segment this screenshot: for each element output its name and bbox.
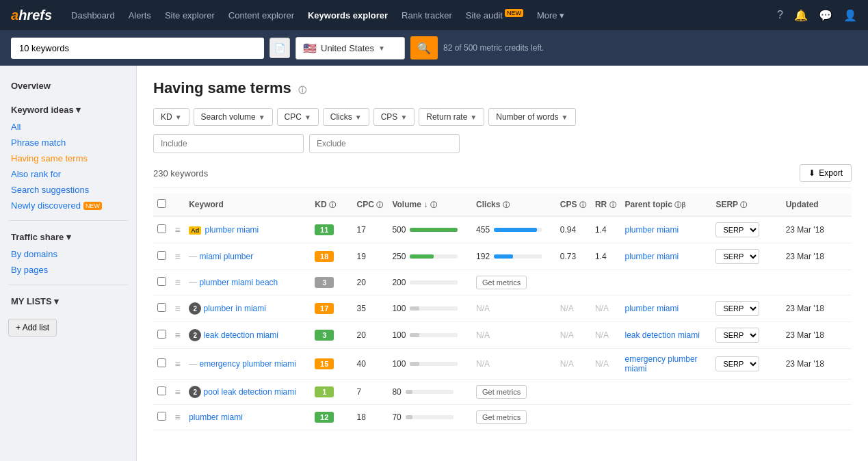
filter-clicks-button[interactable]: Clicks ▼ bbox=[323, 108, 369, 126]
row-checkbox[interactable] bbox=[157, 358, 166, 367]
col-header-rr[interactable]: RR ⓘ bbox=[591, 194, 621, 216]
nav-keywords-explorer[interactable]: Keywords explorer bbox=[308, 10, 388, 21]
parent-topic-link[interactable]: plumber miami bbox=[625, 252, 679, 261]
my-lists-label[interactable]: MY LISTS ▾ bbox=[8, 292, 128, 311]
row-checkbox[interactable] bbox=[157, 303, 166, 312]
filter-kd-button[interactable]: KD ▼ bbox=[153, 108, 189, 126]
row-kd-cell: 1 bbox=[311, 380, 352, 405]
sidebar-item-all[interactable]: All bbox=[8, 119, 128, 135]
help-icon[interactable]: ? bbox=[777, 9, 783, 21]
sidebar-item-by-pages[interactable]: By pages bbox=[8, 262, 128, 278]
export-button[interactable]: ⬇ Export bbox=[800, 164, 852, 182]
filter-cpc-button[interactable]: CPC ▼ bbox=[277, 108, 319, 126]
country-selector[interactable]: 🇺🇸 United States ▼ bbox=[295, 37, 405, 60]
keyword-link[interactable]: miami plumber bbox=[200, 252, 254, 261]
user-icon[interactable]: 👤 bbox=[843, 9, 857, 22]
main-layout: Overview Keyword ideas ▾ All Phrase matc… bbox=[0, 66, 868, 461]
serp-select[interactable]: SERP bbox=[715, 356, 759, 371]
row-volume-cell: 80 bbox=[388, 380, 472, 405]
keyword-input[interactable] bbox=[11, 38, 264, 59]
volume-bar-fill bbox=[410, 254, 434, 259]
sidebar-divider bbox=[8, 220, 128, 221]
row-clicks-cell: 455 bbox=[472, 216, 556, 243]
keyword-link[interactable]: plumber miami beach bbox=[200, 278, 278, 287]
keyword-link[interactable]: plumber miami bbox=[205, 225, 259, 235]
row-updated-cell: 23 Mar '18 bbox=[782, 295, 852, 322]
row-keyword-cell: — plumber miami beach bbox=[185, 270, 311, 295]
sidebar-item-search-suggestions[interactable]: Search suggestions bbox=[8, 182, 128, 198]
col-header-serp[interactable]: SERP ⓘ bbox=[711, 194, 781, 216]
parent-topic-link[interactable]: emergency plumber miami bbox=[625, 354, 698, 373]
col-header-cps[interactable]: CPS ⓘ bbox=[556, 194, 591, 216]
row-keyword-cell: — miami plumber bbox=[185, 243, 311, 270]
select-all-checkbox[interactable] bbox=[157, 199, 166, 208]
col-header-cpc[interactable]: CPC ⓘ bbox=[353, 194, 389, 216]
row-checkbox[interactable] bbox=[157, 330, 166, 339]
sidebar-keyword-ideas-label[interactable]: Keyword ideas ▾ bbox=[8, 101, 128, 119]
row-checkbox[interactable] bbox=[157, 412, 166, 421]
logo[interactable]: ahrefs bbox=[11, 8, 52, 23]
sidebar-item-also-rank-for[interactable]: Also rank for bbox=[8, 166, 128, 182]
get-metrics-button[interactable]: Get metrics bbox=[476, 410, 527, 424]
search-button[interactable]: 🔍 bbox=[410, 36, 438, 60]
col-header-parent-topic[interactable]: Parent topic ⓘβ bbox=[621, 194, 712, 216]
filter-bar: KD ▼ Search volume ▼ CPC ▼ Clicks ▼ CPS … bbox=[153, 108, 852, 126]
filter-number-of-words-button[interactable]: Number of words ▼ bbox=[488, 108, 575, 126]
nav-site-audit[interactable]: Site audit bbox=[466, 10, 523, 21]
title-info-icon[interactable]: ⓘ bbox=[298, 85, 306, 95]
keyword-link[interactable]: leak detection miami bbox=[204, 330, 278, 340]
notifications-icon[interactable]: 🔔 bbox=[794, 9, 808, 22]
upload-file-button[interactable]: 📄 bbox=[269, 38, 290, 58]
sidebar-item-newly-discovered[interactable]: Newly discovered NEW bbox=[8, 198, 128, 213]
row-kd-cell: 12 bbox=[311, 405, 352, 430]
add-list-button[interactable]: + Add list bbox=[8, 319, 57, 337]
nav-rank-tracker[interactable]: Rank tracker bbox=[402, 10, 452, 21]
sidebar-overview-label[interactable]: Overview bbox=[8, 77, 128, 95]
row-checkbox[interactable] bbox=[157, 251, 166, 260]
filter-search-volume-button[interactable]: Search volume ▼ bbox=[194, 108, 273, 126]
serp-select[interactable]: SERP bbox=[715, 222, 759, 237]
messages-icon[interactable]: 💬 bbox=[819, 9, 832, 22]
sidebar-item-having-same-terms[interactable]: Having same terms bbox=[8, 150, 128, 166]
nav-more[interactable]: More ▾ bbox=[537, 10, 564, 21]
serp-select[interactable]: SERP bbox=[715, 249, 759, 264]
nav-dashboard[interactable]: Dashboard bbox=[71, 10, 115, 21]
serp-select[interactable]: SERP bbox=[715, 328, 759, 343]
parent-topic-link[interactable]: leak detection miami bbox=[625, 330, 700, 340]
clicks-value: N/A bbox=[476, 359, 490, 369]
row-checkbox[interactable] bbox=[157, 386, 166, 395]
get-metrics-button[interactable]: Get metrics bbox=[476, 385, 527, 399]
keyword-link[interactable]: plumber in miami bbox=[204, 304, 266, 313]
keyword-link[interactable]: emergency plumber miami bbox=[200, 359, 296, 369]
sidebar-item-by-domains[interactable]: By domains bbox=[8, 246, 128, 262]
filter-return-rate-button[interactable]: Return rate ▼ bbox=[419, 108, 484, 126]
get-metrics-button[interactable]: Get metrics bbox=[476, 276, 527, 289]
parent-topic-link[interactable]: plumber miami bbox=[625, 304, 679, 313]
col-header-keyword[interactable]: Keyword bbox=[185, 194, 311, 216]
col-header-clicks[interactable]: Clicks ⓘ bbox=[472, 194, 556, 216]
nav-content-explorer[interactable]: Content explorer bbox=[228, 10, 294, 21]
table-row: ≡ — miami plumber 18 19 250 192 bbox=[153, 243, 852, 270]
keyword-link[interactable]: pool leak detection miami bbox=[204, 387, 296, 397]
col-header-updated[interactable]: Updated bbox=[782, 194, 852, 216]
col-header-kd[interactable]: KD ⓘ bbox=[311, 194, 352, 216]
row-checkbox[interactable] bbox=[157, 277, 166, 286]
filter-cps-button[interactable]: CPS ▼ bbox=[373, 108, 415, 126]
chevron-down-icon: ▼ bbox=[355, 114, 362, 121]
keyword-link[interactable]: plumber miami bbox=[189, 412, 243, 422]
row-icon-cell: ≡ bbox=[171, 295, 185, 322]
clicks-value: 192 bbox=[476, 252, 490, 261]
exclude-input[interactable] bbox=[309, 134, 460, 153]
nav-alerts[interactable]: Alerts bbox=[129, 10, 151, 21]
serp-select[interactable]: SERP bbox=[715, 301, 759, 316]
row-checkbox[interactable] bbox=[157, 224, 166, 233]
sidebar-traffic-share-label[interactable]: Traffic share ▾ bbox=[8, 228, 128, 246]
nav-site-explorer[interactable]: Site explorer bbox=[165, 10, 215, 21]
table-row: ≡ plumber miami 12 18 70 Get metrics bbox=[153, 405, 852, 430]
include-input[interactable] bbox=[153, 134, 304, 153]
row-parent-topic-cell: emergency plumber miami bbox=[621, 349, 712, 380]
sidebar-item-phrase-match[interactable]: Phrase match bbox=[8, 135, 128, 150]
row-serp-cell: SERP bbox=[711, 349, 781, 380]
parent-topic-link[interactable]: plumber miami bbox=[625, 225, 679, 235]
col-header-volume[interactable]: Volume ↓ ⓘ bbox=[388, 194, 472, 216]
